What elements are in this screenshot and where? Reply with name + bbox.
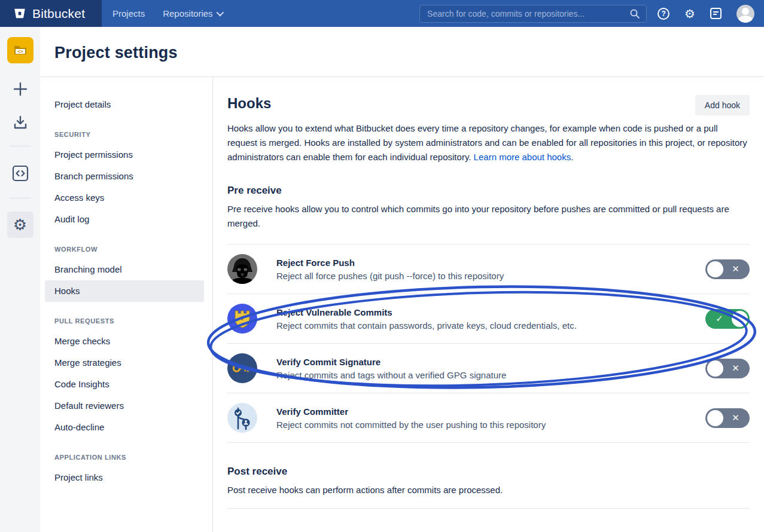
hook-name: Reject Vulnerable Commits bbox=[276, 307, 577, 317]
hook-row-verify-commit-signature[interactable]: Verify Commit Signature Reject commits a… bbox=[227, 343, 750, 393]
folder-code-icon: <> bbox=[12, 42, 29, 59]
sidebar-item-hooks[interactable]: Hooks bbox=[45, 280, 204, 302]
sidebar-item-project-links[interactable]: Project links bbox=[40, 467, 212, 488]
search-input[interactable] bbox=[427, 9, 629, 19]
sidebar-item-merge-strategies[interactable]: Merge strategies bbox=[40, 352, 212, 374]
sidebar-item-access-keys[interactable]: Access keys bbox=[40, 187, 212, 209]
settings-sidebar: Project details SECURITY Project permiss… bbox=[40, 77, 213, 532]
sidebar-item-project-permissions[interactable]: Project permissions bbox=[40, 144, 212, 166]
hook-toggle-reject-force-push[interactable]: ✕ bbox=[705, 259, 750, 279]
hook-row-reject-vulnerable-commits[interactable]: Reject Vulnerable Commits Reject commits… bbox=[227, 293, 750, 343]
nav-projects[interactable]: Projects bbox=[112, 8, 145, 19]
hook-description: Reject all force pushes (git push --forc… bbox=[276, 271, 504, 281]
svg-text:<>: <> bbox=[17, 49, 23, 54]
hooks-panel: Hooks Add hook Hooks allow you to extend… bbox=[213, 77, 764, 532]
hook-name: Verify Committer bbox=[276, 406, 546, 417]
chevron-down-icon bbox=[216, 9, 224, 17]
settings-gear-icon[interactable]: ⚙ bbox=[7, 212, 34, 238]
pre-receive-description: Pre receive hooks allow you to control w… bbox=[227, 202, 750, 231]
hook-toggle-verify-committer[interactable]: ✕ bbox=[705, 408, 750, 428]
project-avatar-icon[interactable]: <> bbox=[7, 37, 34, 63]
darth-vader-avatar bbox=[227, 254, 257, 284]
hook-description: Reject commits that contain passwords, p… bbox=[276, 320, 577, 331]
page-title: Project settings bbox=[54, 44, 764, 62]
shield-avatar bbox=[227, 304, 257, 334]
cross-icon: ✕ bbox=[723, 264, 748, 274]
sidebar-item-default-reviewers[interactable]: Default reviewers bbox=[40, 395, 212, 417]
hook-row-verify-committer[interactable]: Verify Committer Reject commits not comm… bbox=[227, 393, 750, 443]
sidebar-section-application-links: APPLICATION LINKS bbox=[40, 454, 212, 461]
learn-more-link[interactable]: Learn more about hooks bbox=[474, 152, 571, 162]
toggle-knob bbox=[707, 410, 723, 426]
hooks-intro: Hooks allow you to extend what Bitbucket… bbox=[227, 121, 750, 164]
clone-download-icon[interactable] bbox=[13, 115, 28, 130]
hook-toggle-reject-vulnerable-commits[interactable]: ✓ bbox=[705, 309, 750, 329]
hook-name: Reject Force Push bbox=[276, 258, 504, 268]
sidebar-section-workflow: WORKFLOW bbox=[40, 246, 212, 253]
sidebar-item-code-insights[interactable]: Code Insights bbox=[40, 374, 212, 395]
feedback-icon[interactable] bbox=[710, 8, 722, 19]
app-rail: <> ⚙ bbox=[0, 27, 40, 532]
post-receive-divider bbox=[227, 508, 750, 509]
top-navigation-bar: Bitbucket Projects Repositories ? ⚙ bbox=[0, 0, 764, 27]
top-nav-links: Projects Repositories bbox=[112, 8, 222, 19]
global-search[interactable] bbox=[419, 5, 647, 23]
bitbucket-logo[interactable]: Bitbucket bbox=[0, 0, 102, 27]
rail-divider bbox=[10, 146, 31, 146]
toggle-knob bbox=[732, 311, 748, 327]
rail-divider bbox=[10, 198, 31, 198]
pre-receive-hook-list: Reject Force Push Reject all force pushe… bbox=[227, 244, 750, 443]
nav-repositories[interactable]: Repositories bbox=[163, 8, 221, 19]
toggle-knob bbox=[707, 261, 723, 277]
post-receive-title: Post receive bbox=[227, 466, 750, 478]
hook-row-reject-force-push[interactable]: Reject Force Push Reject all force pushe… bbox=[227, 244, 750, 293]
sidebar-item-merge-checks[interactable]: Merge checks bbox=[40, 331, 212, 352]
bitbucket-bucket-icon bbox=[13, 7, 26, 20]
committer-graph-avatar bbox=[227, 403, 257, 433]
user-avatar[interactable] bbox=[736, 5, 754, 23]
sidebar-item-audit-log[interactable]: Audit log bbox=[40, 209, 212, 230]
sidebar-section-security: SECURITY bbox=[40, 131, 212, 138]
sidebar-section-pull-requests: PULL REQUESTS bbox=[40, 317, 212, 325]
brand-name: Bitbucket bbox=[32, 7, 85, 21]
hook-toggle-verify-commit-signature[interactable]: ✕ bbox=[705, 359, 750, 378]
help-icon[interactable]: ? bbox=[658, 8, 669, 20]
admin-gear-icon[interactable]: ⚙ bbox=[684, 8, 695, 20]
hook-description: Reject commits and tags without a verifi… bbox=[276, 370, 506, 380]
sidebar-item-auto-decline[interactable]: Auto-decline bbox=[40, 417, 212, 438]
create-plus-icon[interactable] bbox=[13, 81, 28, 97]
code-source-icon[interactable] bbox=[11, 164, 29, 182]
sidebar-item-branch-permissions[interactable]: Branch permissions bbox=[40, 166, 212, 187]
sidebar-item-project-details[interactable]: Project details bbox=[40, 94, 212, 115]
add-hook-button[interactable]: Add hook bbox=[695, 95, 750, 115]
post-receive-description: Post receive hooks can perform actions a… bbox=[227, 483, 750, 497]
hook-name: Verify Commit Signature bbox=[276, 357, 506, 367]
search-icon[interactable] bbox=[629, 8, 640, 19]
check-icon: ✓ bbox=[707, 313, 732, 324]
sidebar-item-branching-model[interactable]: Branching model bbox=[40, 259, 212, 280]
pre-receive-title: Pre receive bbox=[227, 185, 750, 197]
toggle-knob bbox=[707, 360, 723, 377]
cross-icon: ✕ bbox=[723, 363, 748, 374]
key-avatar bbox=[227, 353, 257, 383]
hooks-title: Hooks bbox=[227, 95, 271, 112]
hook-description: Reject commits not committed by the user… bbox=[276, 420, 546, 430]
cross-icon: ✕ bbox=[723, 412, 748, 423]
